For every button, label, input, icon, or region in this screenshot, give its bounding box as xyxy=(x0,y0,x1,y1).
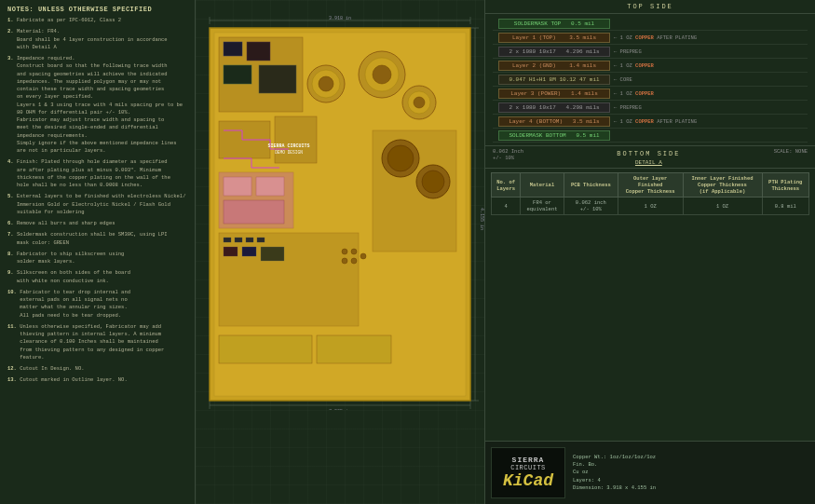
main-container: NOTES: UNLESS OTHERWISE SPECIFIED 1. Fab… xyxy=(0,0,815,504)
prepreg1-note: ← PREPREG xyxy=(614,48,670,55)
svg-point-38 xyxy=(342,249,347,254)
stackup-layer2: Layer 2 (GND) 1.4 mils ← 1 OZ COPPER xyxy=(493,59,808,73)
svg-rect-27 xyxy=(224,177,251,196)
note-4: 4. Finish: Plated through hole diameter … xyxy=(7,158,187,189)
stackup-layer4: Layer 4 (BOTTOM) 3.5 mils ← 1 OZ COPPER … xyxy=(493,115,808,129)
svg-text:SIERRA CIRCUITS: SIERRA CIRCUITS xyxy=(267,143,309,149)
note-12-number: 12. xyxy=(7,365,20,372)
note-6: 6. Remove all burrs and sharp edges xyxy=(7,220,187,227)
svg-point-23 xyxy=(414,97,425,108)
materials-section: No. ofLayers Material PCB Thickness Oute… xyxy=(485,169,815,441)
svg-point-41 xyxy=(351,258,357,264)
layer4-note: ← 1 OZ COPPER AFTER PLATING xyxy=(614,118,697,125)
svg-text:DEMO DESIGN: DEMO DESIGN xyxy=(275,150,303,155)
note-2: 2. Material: FR4. Board shall be 4 layer… xyxy=(7,28,187,51)
note-7-number: 7. xyxy=(7,231,17,238)
soldermask-bottom-label: SOLDERMASK BOTTOM 0.5 mil xyxy=(498,130,610,141)
prepreg1-label: 2 x 1080 10x17 4.296 mils xyxy=(498,47,610,57)
layer1-label: Layer 1 (TOP) 3.5 mils xyxy=(498,33,610,43)
svg-rect-29 xyxy=(224,200,284,224)
stackup-soldermask-top: SOLDERMASK TOP 0.5 mil xyxy=(493,17,808,31)
note-11-number: 11. xyxy=(7,323,20,330)
note-12: 12. Cutout In Design. NO. xyxy=(7,365,187,373)
svg-rect-30 xyxy=(219,233,359,326)
layer2-label: Layer 2 (GND) 1.4 mils xyxy=(498,61,610,71)
note-2-number: 2. xyxy=(7,28,17,34)
col-material: Material xyxy=(521,173,564,198)
detail-center: BOTTOM SIDE DETAIL A xyxy=(615,148,682,166)
svg-rect-37 xyxy=(261,247,284,261)
note-10: 10. Fabricator to tear drop internal and… xyxy=(7,289,187,320)
note-11: 11. Unless otherwise specified, Fabricat… xyxy=(7,323,187,361)
note-1: 1. Fabricate as per IPC-6012, Class 2 xyxy=(7,17,187,24)
svg-rect-13 xyxy=(224,65,251,84)
soldermask-top-label: SOLDERMASK TOP 0.5 mil xyxy=(498,19,610,29)
svg-point-17 xyxy=(319,76,333,91)
sierra-logo: SIERRA CIRCUITS KiCad xyxy=(491,447,565,498)
cell-layers: 4 xyxy=(492,198,521,215)
svg-text:7.965 in: 7.965 in xyxy=(329,409,351,410)
right-panel: TOP SIDE SOLDERMASK TOP 0.5 mil Layer 1 … xyxy=(484,0,815,504)
note-13: 13. Cutout marked in Outline layer. NO. xyxy=(7,376,187,384)
stackup-prepreg1: 2 x 1080 10x17 4.296 mils ← PREPREG xyxy=(493,45,808,59)
layer2-note: ← 1 OZ COPPER xyxy=(614,62,670,69)
svg-rect-48 xyxy=(219,335,312,363)
col-layers: No. ofLayers xyxy=(492,173,521,198)
stackup-prepreg2: 2 x 1080 10x17 4.298 mils ← PREPREG xyxy=(493,101,808,115)
stackup-core: 0.047 H1+H1 8M 10.12 47 mil ← CORE xyxy=(493,73,808,87)
layer1-note: ← 1 OZ COPPER AFTER PLATING xyxy=(614,34,697,41)
svg-rect-32 xyxy=(235,238,242,242)
pcb-area: 3.918 in 4.155 in xyxy=(196,0,484,504)
info-text-area: Copper Wt.: 1oz/1oz/1oz/1oz Fin. Bo. Cu … xyxy=(573,454,809,492)
note-5-number: 5. xyxy=(7,193,17,199)
layer4-label: Layer 4 (BOTTOM) 3.5 mils xyxy=(498,116,610,127)
svg-point-45 xyxy=(387,145,414,171)
svg-rect-28 xyxy=(256,177,284,196)
stackup-layer3: Layer 3 (POWER) 1.4 mils ← 1 OZ COPPER xyxy=(493,87,808,101)
note-10-number: 10. xyxy=(7,289,20,295)
info-line3: Cu oz xyxy=(573,469,809,476)
layer3-label: Layer 3 (POWER) 1.4 mils xyxy=(498,89,610,99)
stackup-layer1: Layer 1 (TOP) 3.5 mils ← 1 OZ COPPER AFT… xyxy=(493,31,808,45)
svg-point-47 xyxy=(422,170,444,193)
notes-title: NOTES: UNLESS OTHERWISE SPECIFIED xyxy=(7,6,187,13)
info-line1: Copper Wt.: 1oz/1oz/1oz/1oz xyxy=(573,454,809,461)
cell-outer-copper: 1 OZ xyxy=(618,198,683,215)
pcb-svg: 3.918 in 4.155 in xyxy=(196,9,484,410)
note-3-number: 3. xyxy=(7,55,17,61)
col-inner-copper: Inner Layer FinishedCopper Thickness(if … xyxy=(683,173,762,198)
info-line5: Dimension: 3.918 x 4.155 in xyxy=(573,484,809,492)
cell-pth: 0.8 mil xyxy=(762,198,808,215)
circuits-text: CIRCUITS xyxy=(510,464,546,471)
stackup-section: SOLDERMASK TOP 0.5 mil Layer 1 (TOP) 3.5… xyxy=(485,14,815,146)
svg-rect-11 xyxy=(224,42,242,56)
bottom-section: 0.062 Inch+/- 10% BOTTOM SIDE DETAIL A S… xyxy=(485,146,815,169)
note-4-number: 4. xyxy=(7,158,17,165)
scale-label: SCALE: NONE xyxy=(774,148,808,166)
svg-rect-33 xyxy=(246,238,253,242)
note-13-number: 13. xyxy=(7,376,20,383)
materials-table: No. ofLayers Material PCB Thickness Oute… xyxy=(491,172,809,215)
info-line2: Fin. Bo. xyxy=(573,461,809,469)
svg-rect-31 xyxy=(224,238,231,242)
detail-info: 0.062 Inch+/- 10% xyxy=(493,148,523,166)
note-1-number: 1. xyxy=(7,17,17,23)
note-9-number: 9. xyxy=(7,269,17,276)
detail-a-label: DETAIL A xyxy=(615,159,682,166)
layer3-note: ← 1 OZ COPPER xyxy=(614,90,670,97)
svg-rect-12 xyxy=(247,42,270,61)
cell-thickness: 0.062 inch+/- 10% xyxy=(564,198,618,215)
materials-row-1: 4 FR4 orequivalent 0.062 inch+/- 10% 1 O… xyxy=(492,198,809,215)
svg-rect-34 xyxy=(257,238,265,242)
cell-material: FR4 orequivalent xyxy=(521,198,564,215)
prepreg2-note: ← PREPREG xyxy=(614,104,670,111)
col-pth: PTH PlatingThickness xyxy=(762,173,808,198)
kicad-logo-text: KiCad xyxy=(503,471,553,490)
cell-inner-copper: 1 OZ xyxy=(683,198,762,215)
note-3: 3. Impedance required. Construct board s… xyxy=(7,55,187,155)
col-outer-copper: Outer layerFinishedCopper Thickness xyxy=(618,173,683,198)
svg-rect-35 xyxy=(224,247,238,256)
note-8-number: 8. xyxy=(7,251,17,257)
note-6-number: 6. xyxy=(7,220,17,226)
svg-rect-25 xyxy=(275,116,317,163)
